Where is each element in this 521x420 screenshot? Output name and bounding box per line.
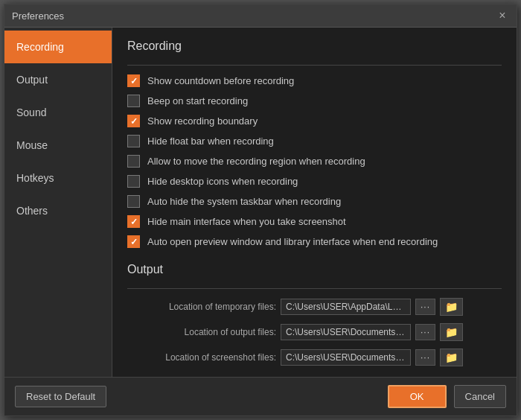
output-row-temp: Location of temporary files:C:\Users\USE… [127, 298, 502, 316]
checkbox-c4[interactable] [127, 135, 140, 147]
output-label-outfiles: Location of output files: [127, 327, 276, 337]
sidebar: RecordingOutputSoundMouseHotkeysOthers [4, 28, 112, 377]
checkbox-label-c7: Auto hide the system taskbar when record… [147, 196, 341, 207]
output-path-screenshots: C:\Users\USER\Documents\Aiseesc [281, 349, 411, 366]
cancel-button[interactable]: Cancel [454, 385, 506, 408]
main-content: RecordingOutputSoundMouseHotkeysOthers R… [4, 28, 517, 377]
checkbox-c8[interactable] [127, 215, 140, 228]
checkbox-c7[interactable] [127, 195, 140, 208]
checkbox-label-c4: Hide float bar when recording [147, 136, 274, 147]
checkbox-row-c4: Hide float bar when recording [127, 135, 502, 147]
checkbox-row-c8: Hide main interface when you take screen… [127, 215, 502, 228]
checkbox-c9[interactable] [127, 235, 140, 248]
checkbox-c3[interactable] [127, 115, 140, 127]
ok-button[interactable]: OK [388, 385, 447, 408]
checkbox-label-c8: Hide main interface when you take screen… [147, 216, 346, 227]
folder-button-outfiles[interactable]: 📁 [440, 323, 463, 341]
output-divider [127, 288, 502, 289]
recording-section-title: Recording [127, 39, 502, 53]
checkbox-label-c9: Auto open preview window and library int… [147, 236, 438, 247]
divider [127, 65, 502, 66]
output-row-outfiles: Location of output files:C:\Users\USER\D… [127, 323, 502, 341]
preferences-dialog: Preferences × RecordingOutputSoundMouseH… [4, 4, 517, 416]
dialog-title: Preferences [12, 10, 64, 22]
dots-button-screenshots[interactable]: ··· [415, 349, 435, 366]
output-path-outfiles: C:\Users\USER\Documents\Aiseesc [281, 324, 411, 340]
right-buttons: OK Cancel [388, 385, 506, 408]
checkbox-row-c1: Show countdown before recording [127, 74, 502, 87]
dots-button-temp[interactable]: ··· [415, 299, 435, 315]
checkbox-label-c2: Beep on start recording [147, 95, 248, 106]
checkbox-c2[interactable] [127, 95, 140, 107]
checkbox-c5[interactable] [127, 155, 140, 168]
folder-button-screenshots[interactable]: 📁 [440, 349, 463, 366]
bottom-bar: Reset to Default OK Cancel [4, 377, 517, 416]
checkbox-row-c5: Allow to move the recording region when … [127, 155, 502, 168]
checkbox-label-c3: Show recording boundary [147, 115, 258, 127]
checkbox-c1[interactable] [127, 74, 140, 87]
content-area: Recording Show countdown before recordin… [112, 28, 517, 377]
checkbox-label-c1: Show countdown before recording [147, 75, 294, 86]
checkbox-label-c6: Hide desktop icons when recording [147, 176, 298, 187]
output-label-temp: Location of temporary files: [127, 302, 276, 312]
sidebar-item-hotkeys[interactable]: Hotkeys [4, 162, 112, 194]
sidebar-item-output[interactable]: Output [4, 63, 112, 96]
checkbox-row-c9: Auto open preview window and library int… [127, 235, 502, 248]
checkbox-label-c5: Allow to move the recording region when … [147, 156, 365, 167]
folder-button-temp[interactable]: 📁 [440, 298, 463, 316]
sidebar-item-others[interactable]: Others [4, 194, 112, 227]
title-bar: Preferences × [4, 4, 517, 28]
checkbox-row-c6: Hide desktop icons when recording [127, 175, 502, 188]
output-rows-container: Location of temporary files:C:\Users\USE… [127, 298, 502, 366]
sidebar-item-mouse[interactable]: Mouse [4, 129, 112, 162]
dots-button-outfiles[interactable]: ··· [415, 324, 435, 340]
output-section: Output Location of temporary files:C:\Us… [127, 263, 502, 366]
reset-button[interactable]: Reset to Default [15, 386, 106, 407]
checkboxes-container: Show countdown before recordingBeep on s… [127, 74, 502, 248]
checkbox-row-c7: Auto hide the system taskbar when record… [127, 195, 502, 208]
output-path-temp: C:\Users\USER\AppData\Local\Ten [281, 299, 411, 315]
output-row-screenshots: Location of screenshot files:C:\Users\US… [127, 349, 502, 366]
sidebar-item-recording[interactable]: Recording [4, 31, 112, 63]
close-button[interactable]: × [496, 9, 509, 22]
checkbox-row-c2: Beep on start recording [127, 95, 502, 107]
sidebar-item-sound[interactable]: Sound [4, 96, 112, 129]
output-section-title: Output [127, 263, 502, 276]
output-label-screenshots: Location of screenshot files: [127, 352, 276, 363]
checkbox-c6[interactable] [127, 175, 140, 188]
checkbox-row-c3: Show recording boundary [127, 115, 502, 127]
